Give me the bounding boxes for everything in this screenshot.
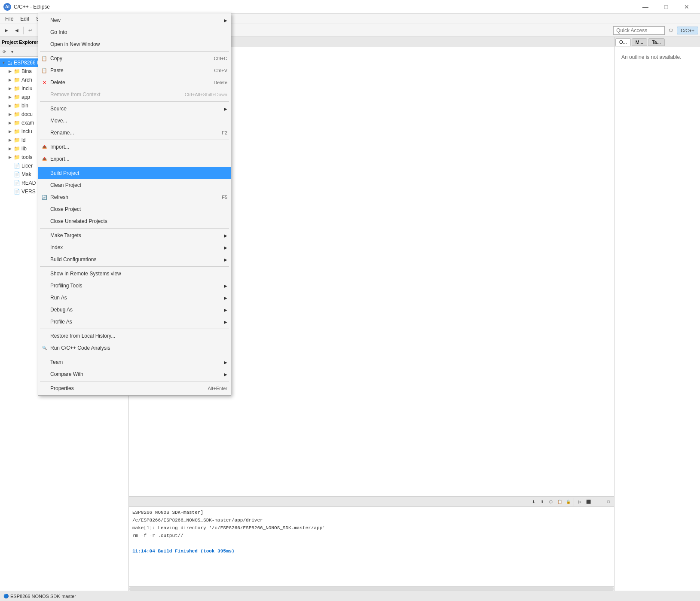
- ctx-run-as[interactable]: Run As ▶: [38, 292, 231, 304]
- quick-access-input[interactable]: [613, 26, 665, 35]
- console-tabs: ⬇ ⬆ ⬡ 📋 🔒 ▷ ⬛ — □: [129, 497, 614, 507]
- ctx-build-project-label: Build Project: [50, 170, 79, 176]
- ctx-debug-as[interactable]: Debug As ▶: [38, 304, 231, 316]
- open-perspective-button[interactable]: ⬡: [666, 26, 675, 35]
- console-toolbar-btn2[interactable]: ⬆: [538, 498, 546, 506]
- ctx-profile-as-label: Profile As: [50, 319, 72, 325]
- ctx-clean-project[interactable]: Clean Project: [38, 179, 231, 191]
- ctx-profile-as-arrow: ▶: [224, 320, 227, 324]
- ctx-export[interactable]: 📤 Export...: [38, 153, 231, 165]
- console-toolbar-btn7[interactable]: ⬛: [584, 498, 592, 506]
- analysis-icon: 🔍: [41, 345, 48, 351]
- ctx-rename-label: Rename...: [50, 130, 74, 136]
- horizontal-scrollbar[interactable]: [129, 586, 614, 591]
- ctx-sep-2: [40, 101, 229, 102]
- ctx-team[interactable]: Team ▶: [38, 356, 231, 368]
- console-sep: [574, 498, 574, 506]
- close-button[interactable]: ✕: [677, 0, 697, 14]
- outline-content: An outline is not available.: [614, 47, 700, 67]
- ctx-profile-as[interactable]: Profile As ▶: [38, 316, 231, 328]
- maximize-button[interactable]: □: [656, 0, 676, 14]
- ctx-restore-history-label: Restore from Local History...: [50, 333, 115, 339]
- ctx-remove-context[interactable]: Remove from Context Ctrl+Alt+Shift+Down: [38, 88, 231, 101]
- console-toolbar-btn5[interactable]: 🔒: [564, 498, 572, 506]
- ctx-properties[interactable]: Properties Alt+Enter: [38, 382, 231, 394]
- ctx-close-unrelated-label: Close Unrelated Projects: [50, 218, 107, 224]
- menu-file[interactable]: File: [2, 14, 17, 24]
- ctx-make-targets[interactable]: Make Targets ▶: [38, 229, 231, 241]
- console-maximize-btn[interactable]: □: [605, 498, 612, 506]
- toolbar-btn-3[interactable]: ↩: [25, 26, 35, 35]
- window-controls: — □ ✕: [636, 0, 697, 14]
- ctx-compare-with[interactable]: Compare With ▶: [38, 368, 231, 380]
- toolbar-btn-2[interactable]: ◀: [12, 26, 21, 35]
- export-icon: 📤: [41, 156, 48, 162]
- console-sep2: [594, 498, 594, 506]
- ctx-close-unrelated[interactable]: Close Unrelated Projects: [38, 215, 231, 227]
- import-icon: 📥: [41, 143, 48, 150]
- ctx-profiling-tools[interactable]: Profiling Tools ▶: [38, 280, 231, 292]
- tab-tasks[interactable]: Ta...: [648, 38, 665, 46]
- ctx-go-into[interactable]: Go Into: [38, 26, 231, 38]
- ctx-delete[interactable]: ✕ Delete Delete: [38, 76, 231, 88]
- console-toolbar-btn4[interactable]: 📋: [556, 498, 563, 506]
- ctx-copy-label: Copy: [50, 55, 62, 61]
- console-toolbar-btn3[interactable]: ⬡: [547, 498, 555, 506]
- ctx-index-label: Index: [50, 244, 63, 250]
- ctx-refresh[interactable]: 🔄 Refresh F5: [38, 191, 231, 203]
- console-minimize-btn[interactable]: —: [596, 498, 604, 506]
- ctx-copy[interactable]: 📋 Copy Ctrl+C: [38, 52, 231, 64]
- tab-members[interactable]: M...: [632, 38, 647, 46]
- ctx-sep-8: [40, 355, 229, 355]
- ctx-clean-project-label: Clean Project: [50, 182, 81, 188]
- ctx-remove-context-shortcut: Ctrl+Alt+Shift+Down: [176, 92, 227, 97]
- ctx-sep-5: [40, 228, 229, 229]
- ctx-paste[interactable]: 📋 Paste Ctrl+V: [38, 64, 231, 76]
- ctx-build-configs[interactable]: Build Configurations ▶: [38, 253, 231, 265]
- ctx-compare-with-label: Compare With: [50, 371, 83, 377]
- console-line-4: rm -f -r .output//: [132, 532, 611, 540]
- toolbar-sep-1: [23, 27, 24, 34]
- ctx-build-configs-arrow: ▶: [224, 257, 227, 262]
- ctx-sep-6: [40, 266, 229, 267]
- ctx-run-analysis-label: Run C/C++ Code Analysis: [50, 345, 110, 351]
- ctx-source[interactable]: Source ▶: [38, 103, 231, 115]
- toolbar-btn-1[interactable]: ▶: [2, 26, 11, 35]
- ctx-sep-3: [40, 140, 229, 140]
- ctx-index[interactable]: Index ▶: [38, 241, 231, 253]
- ctx-source-label: Source: [50, 106, 67, 112]
- minimize-button[interactable]: —: [636, 0, 655, 14]
- panel-toolbar-btn1[interactable]: ⟳: [1, 49, 8, 55]
- title-bar: AI C/C++ - Eclipse — □ ✕: [0, 0, 700, 14]
- ctx-sep-4: [40, 166, 229, 166]
- ctx-open-new-window[interactable]: Open in New Window: [38, 38, 231, 50]
- console-toolbar-btn1[interactable]: ⬇: [530, 498, 538, 506]
- ctx-restore-history[interactable]: Restore from Local History...: [38, 330, 231, 342]
- ctx-debug-as-label: Debug As: [50, 307, 73, 313]
- ctx-new[interactable]: New ▶: [38, 14, 231, 26]
- ctx-paste-shortcut: Ctrl+V: [205, 68, 227, 73]
- right-panel-tabs: O... M... Ta...: [614, 37, 700, 47]
- ctx-team-label: Team: [50, 359, 63, 365]
- app-icon: AI: [3, 3, 11, 11]
- ctx-close-project[interactable]: Close Project: [38, 203, 231, 215]
- ctx-rename[interactable]: Rename... F2: [38, 127, 231, 139]
- ctx-index-arrow: ▶: [224, 245, 227, 250]
- console-toolbar-btn6[interactable]: ▷: [576, 498, 584, 506]
- ctx-import-label: Import...: [50, 144, 69, 150]
- perspective-cpp[interactable]: C/C++: [677, 27, 698, 34]
- panel-toolbar-btn2[interactable]: ▾: [9, 49, 15, 55]
- ctx-build-project[interactable]: Build Project: [38, 167, 231, 179]
- ctx-delete-label: Delete: [50, 79, 65, 85]
- ctx-export-label: Export...: [50, 156, 70, 162]
- outline-message: An outline is not available.: [621, 54, 681, 60]
- ctx-show-remote[interactable]: Show in Remote Systems view: [38, 268, 231, 280]
- ctx-move[interactable]: Move...: [38, 115, 231, 127]
- bottom-panel: ⬇ ⬆ ⬡ 📋 🔒 ▷ ⬛ — □ ESP8266_NONOS_SDK-mast…: [129, 496, 614, 591]
- tab-outline[interactable]: O...: [615, 38, 631, 46]
- ctx-run-analysis[interactable]: 🔍 Run C/C++ Code Analysis: [38, 342, 231, 354]
- ctx-import[interactable]: 📥 Import...: [38, 141, 231, 153]
- menu-edit[interactable]: Edit: [17, 14, 33, 24]
- copy-icon: 📋: [41, 55, 48, 62]
- project-icon: 🗂: [7, 60, 12, 66]
